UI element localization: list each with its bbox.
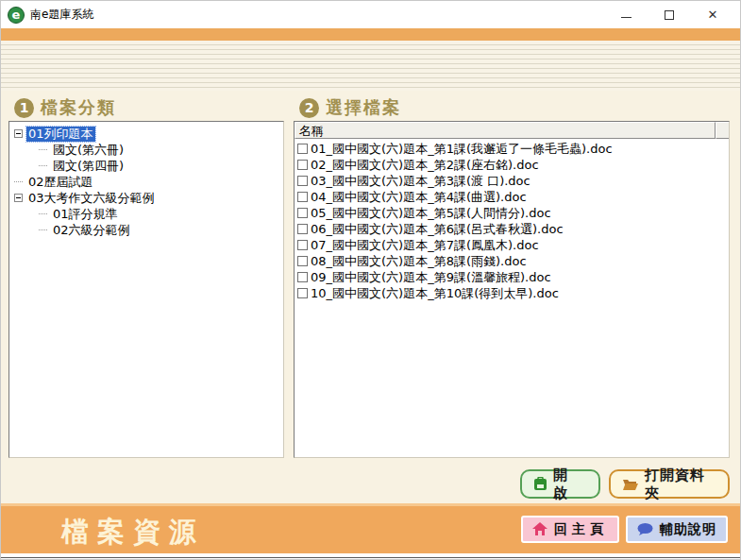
file-row[interactable]: 09_國中國文(六)題本_第9課(溫馨旅程).doc — [295, 269, 729, 285]
footer-bar: 檔案資源 回主頁 輔助說明 — [1, 503, 740, 553]
help-button[interactable]: 輔助說明 — [626, 516, 728, 543]
file-checkbox[interactable] — [297, 176, 308, 186]
column-header-name[interactable]: 名稱 — [295, 122, 716, 139]
tree-connector — [39, 213, 47, 214]
open-file-icon — [533, 477, 547, 491]
right-section-header: 2 選擇檔案 — [299, 96, 401, 119]
file-name: 02_國中國文(六)題本_第2課(座右銘).doc — [311, 157, 539, 174]
left-section-header: 1 檔案分類 — [14, 96, 116, 119]
minimize-button[interactable] — [604, 1, 648, 28]
file-row[interactable]: 05_國中國文(六)題本_第5課(人間情分).doc — [295, 205, 729, 221]
step-2-badge: 2 — [299, 98, 319, 118]
file-checkbox[interactable] — [297, 272, 308, 282]
minimize-icon — [621, 17, 632, 18]
close-icon: ✕ — [708, 8, 718, 22]
tree-item-label[interactable]: 國文(第六冊) — [51, 143, 126, 158]
file-name: 04_國中國文(六)題本_第4課(曲選).doc — [311, 189, 527, 206]
file-name: 06_國中國文(六)題本_第6課(呂式春秋選).doc — [311, 221, 564, 238]
file-list-panel: 名稱 01_國中國文(六)題本_第1課(我邂逅了一條毛毛蟲).doc02_國中國… — [294, 121, 730, 458]
file-name: 05_國中國文(六)題本_第5課(人間情分).doc — [311, 205, 551, 222]
open-button-label: 開啟 — [553, 467, 587, 502]
file-row[interactable]: 01_國中國文(六)題本_第1課(我邂逅了一條毛毛蟲).doc — [295, 141, 729, 157]
list-header: 名稱 — [295, 122, 729, 139]
tree-item[interactable]: 02六級分範例 — [9, 222, 283, 238]
file-tree: 01列印題本國文(第六冊)國文(第四冊)02歷屆試題03大考作文六級分範例01評… — [9, 122, 283, 238]
file-row[interactable]: 04_國中國文(六)題本_第4課(曲選).doc — [295, 189, 729, 205]
file-row[interactable]: 08_國中國文(六)題本_第8課(雨錢).doc — [295, 253, 729, 269]
file-name: 03_國中國文(六)題本_第3課(渡 口).doc — [311, 173, 530, 190]
tree-expand-box[interactable] — [14, 129, 23, 138]
file-checkbox[interactable] — [297, 160, 308, 170]
file-list: 01_國中國文(六)題本_第1課(我邂逅了一條毛毛蟲).doc02_國中國文(六… — [295, 139, 729, 301]
tree-item-label[interactable]: 01評分規準 — [51, 207, 120, 222]
folder-icon — [622, 478, 639, 491]
accent-bar — [1, 28, 740, 41]
category-tree-panel: 01列印題本國文(第六冊)國文(第四冊)02歷屆試題03大考作文六級分範例01評… — [8, 121, 284, 458]
open-folder-button-label: 打開資料夾 — [645, 467, 716, 502]
open-folder-button[interactable]: 打開資料夾 — [609, 469, 730, 499]
file-row[interactable]: 02_國中國文(六)題本_第2課(座右銘).doc — [295, 157, 729, 173]
file-row[interactable]: 06_國中國文(六)題本_第6課(呂式春秋選).doc — [295, 221, 729, 237]
footer-buttons: 回主頁 輔助說明 — [521, 516, 728, 543]
file-checkbox[interactable] — [297, 144, 308, 154]
maximize-button[interactable] — [648, 1, 691, 28]
tree-expand-box[interactable] — [14, 194, 23, 202]
file-checkbox[interactable] — [297, 240, 308, 250]
file-row[interactable]: 07_國中國文(六)題本_第7課(鳳凰木).doc — [295, 237, 729, 253]
app-window: e 南e題庫系統 ✕ 1 檔案分類 2 選擇檔案 01列印題本國文(第六冊)國文… — [0, 0, 741, 560]
tree-item[interactable]: 國文(第四冊) — [9, 158, 283, 174]
close-button[interactable]: ✕ — [691, 1, 734, 28]
home-button[interactable]: 回主頁 — [521, 516, 619, 543]
striped-band — [1, 41, 740, 91]
right-section-title: 選擇檔案 — [326, 96, 401, 119]
maximize-icon — [665, 10, 674, 20]
home-icon — [532, 522, 547, 536]
file-name: 07_國中國文(六)題本_第7課(鳳凰木).doc — [311, 237, 539, 254]
tree-item-label[interactable]: 國文(第四冊) — [51, 159, 126, 174]
action-button-row: 開啟 打開資料夾 — [1, 469, 730, 499]
app-icon: e — [8, 7, 25, 24]
tree-item-label[interactable]: 03大考作文六級分範例 — [26, 191, 157, 206]
file-checkbox[interactable] — [297, 208, 308, 218]
footer-page-title: 檔案資源 — [61, 514, 205, 552]
tree-connector — [39, 165, 47, 166]
window-title: 南e題庫系統 — [30, 7, 93, 23]
home-button-label: 回主頁 — [554, 521, 608, 538]
file-checkbox[interactable] — [297, 256, 308, 266]
file-checkbox[interactable] — [297, 192, 308, 202]
left-section-title: 檔案分類 — [41, 96, 116, 119]
file-name: 10_國中國文(六)題本_第10課(得到太早).doc — [311, 285, 559, 302]
file-checkbox[interactable] — [297, 288, 308, 298]
step-1-badge: 1 — [14, 98, 34, 118]
file-name: 09_國中國文(六)題本_第9課(溫馨旅程).doc — [311, 269, 551, 286]
file-name: 01_國中國文(六)題本_第1課(我邂逅了一條毛毛蟲).doc — [311, 141, 613, 158]
tree-connector — [39, 149, 47, 150]
tree-connector — [14, 181, 23, 182]
titlebar: e 南e題庫系統 ✕ — [1, 1, 740, 28]
tree-item-label[interactable]: 02六級分範例 — [51, 223, 132, 238]
window-controls: ✕ — [604, 1, 734, 28]
tree-item-label[interactable]: 02歷屆試題 — [26, 175, 95, 190]
tree-item[interactable]: 02歷屆試題 — [9, 174, 283, 190]
open-button[interactable]: 開啟 — [520, 469, 600, 499]
file-checkbox[interactable] — [297, 224, 308, 234]
tree-item[interactable]: 01列印題本 — [9, 126, 283, 142]
window-bottom-edge — [1, 557, 740, 558]
tree-item-label[interactable]: 01列印題本 — [26, 127, 95, 142]
file-row[interactable]: 10_國中國文(六)題本_第10課(得到太早).doc — [295, 285, 729, 301]
help-button-label: 輔助說明 — [660, 521, 716, 538]
file-name: 08_國中國文(六)題本_第8課(雨錢).doc — [311, 253, 527, 270]
tree-item[interactable]: 國文(第六冊) — [9, 142, 283, 158]
speech-bubble-icon — [637, 523, 653, 536]
file-row[interactable]: 03_國中國文(六)題本_第3課(渡 口).doc — [295, 173, 729, 189]
tree-connector — [39, 229, 47, 230]
column-header-stub — [716, 122, 729, 139]
tree-item[interactable]: 01評分規準 — [9, 206, 283, 222]
tree-item[interactable]: 03大考作文六級分範例 — [9, 190, 283, 206]
